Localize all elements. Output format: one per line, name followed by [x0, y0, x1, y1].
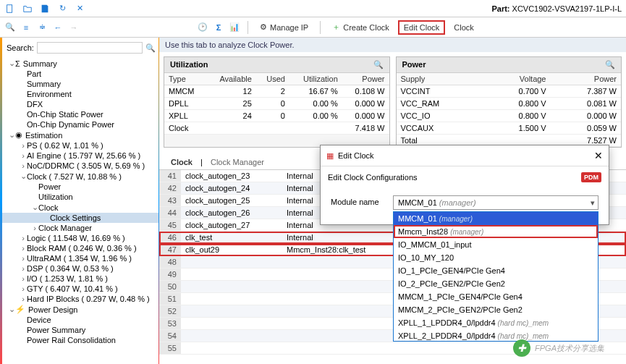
pdm-badge: PDM — [581, 172, 601, 182]
combo-option[interactable]: IO_MMCM_01_input — [394, 238, 598, 251]
tree-item[interactable]: Power Summary — [2, 325, 158, 335]
tree-item[interactable]: Summary — [2, 79, 158, 89]
panel-search-icon[interactable]: 🔍 — [605, 60, 615, 69]
edit-clock-dialog: ▦ Edit Clock ✕ Edit Clock Configurations… — [320, 145, 609, 225]
align-icon[interactable]: ≡ — [20, 22, 32, 33]
tree-item[interactable]: ›PS ( 0.62 W, 1.01 % ) — [2, 140, 158, 151]
combo-selected[interactable]: MMCM_01 (manager) — [393, 195, 598, 210]
dialog-icon: ▦ — [326, 151, 334, 161]
tab-clock-manager[interactable]: Clock Manager — [205, 155, 270, 169]
tree-item[interactable]: ›Logic ( 11.548 W, 16.69 % ) — [2, 233, 158, 243]
tree-item[interactable]: ›DSP ( 0.364 W, 0.53 % ) — [2, 263, 158, 274]
refresh-icon[interactable]: ↻ — [56, 3, 68, 14]
tree-item[interactable]: ⌄Clock — [2, 202, 158, 213]
tree-item[interactable]: Environment — [2, 89, 158, 99]
tree-item[interactable]: ⌄Clock ( 7.527 W, 10.88 % ) — [2, 171, 158, 182]
tree-item[interactable]: ›Block RAM ( 0.246 W, 0.36 % ) — [2, 243, 158, 253]
manage-ip-button[interactable]: ⚙ Manage IP — [255, 21, 313, 33]
combo-option[interactable]: MMCM_1_PCIe_GEN4/PCIe Gen4 — [394, 290, 598, 303]
module-name-label: Module name — [331, 195, 389, 206]
tree-item[interactable]: ›Clock Manager — [2, 223, 158, 233]
tree-item[interactable]: Power Rail Consolidation — [2, 335, 158, 345]
close-icon[interactable]: ✕ — [594, 150, 603, 161]
chart-icon[interactable]: 📊 — [229, 22, 240, 33]
tree-item[interactable]: On-Chip Static Power — [2, 109, 158, 119]
power-title: Power — [402, 60, 426, 69]
tree-item[interactable]: ⌄ΣSummary — [2, 58, 158, 69]
search-go-icon[interactable]: 🔍 — [145, 42, 156, 54]
tree-item[interactable]: Clock Settings — [2, 213, 158, 223]
combo-option[interactable]: Mmcm_Inst28 (manager) — [394, 225, 598, 238]
search-icon[interactable]: 🔍 — [4, 22, 16, 33]
hint-bar: Use this tab to analyze Clock Power. — [159, 38, 626, 52]
power-table: SupplyVoltagePowerVCCINT0.700 V7.387 WVC… — [397, 73, 622, 147]
tree-item[interactable]: ›UltraRAM ( 1.354 W, 1.96 % ) — [2, 253, 158, 263]
nav-back-icon[interactable]: ← — [52, 22, 64, 33]
nav-fwd-icon: → — [68, 22, 80, 33]
panel-search-icon[interactable]: 🔍 — [373, 60, 384, 69]
module-name-combo[interactable]: MMCM_01 (manager) MMCM_01 (manager)Mmcm_… — [393, 195, 598, 210]
create-clock-button[interactable]: ＋Create Clock — [328, 20, 394, 34]
utilization-panel: Utilization🔍 TypeAvailableUsedUtilizatio… — [164, 56, 390, 148]
tree-item[interactable]: Device — [2, 315, 158, 325]
clock-icon[interactable]: 🕑 — [197, 22, 208, 33]
combo-option[interactable]: XPLL_1_LPDDR4_0/lpddr4 (hard mc)_mem — [394, 316, 598, 329]
nav-tree: ⌄ΣSummaryPartSummaryEnvironmentDFXOn-Chi… — [2, 55, 158, 348]
tree-item[interactable]: Utilization — [2, 192, 158, 202]
search-label: Search: — [7, 43, 34, 52]
secondary-toolbar: 🔍 ≡ ≑ ← → 🕑 Σ 📊 ⚙ Manage IP ＋Create Cloc… — [0, 17, 626, 38]
dialog-subtitle: Edit Clock Configurations — [328, 173, 418, 182]
tree-item[interactable]: On-Chip Dynamic Power — [2, 119, 158, 130]
tab-clock[interactable]: Clock — [165, 155, 198, 169]
combo-option[interactable]: IO_2_PCIe_GEN2/PCIe Gen2 — [394, 277, 598, 290]
save-icon[interactable] — [39, 3, 51, 14]
power-panel: Power🔍 SupplyVoltagePowerVCCINT0.700 V7.… — [396, 56, 622, 148]
file-new-icon[interactable] — [4, 3, 16, 14]
tree-item[interactable]: ›NoC/DDRMC ( 3.505 W, 5.69 % ) — [2, 161, 158, 171]
tree-item[interactable]: Part — [2, 69, 158, 79]
tree-item[interactable]: ›GTY ( 6.407 W, 10.41 % ) — [2, 284, 158, 294]
combo-option[interactable]: IO_1_PCIe_GEN4/PCIe Gen4 — [394, 264, 598, 277]
utilization-title: Utilization — [170, 60, 208, 69]
collapse-icon[interactable]: ≑ — [36, 22, 48, 33]
sidebar: Search: 🔍 ⌄ΣSummaryPartSummaryEnvironmen… — [0, 38, 159, 364]
part-label: Part: XCVC1902-VSVA2197-1LP-I-L — [491, 4, 622, 13]
sigma-icon[interactable]: Σ — [213, 22, 224, 33]
utilization-table: TypeAvailableUsedUtilizationPowerMMCM122… — [164, 73, 389, 135]
combo-option[interactable]: MMCM_01 (manager) — [394, 212, 598, 225]
tree-item[interactable]: DFX — [2, 99, 158, 109]
top-toolbar: ↻ ✕ Part: XCVC1902-VSVA2197-1LP-I-L — [0, 0, 626, 17]
tree-item[interactable]: Power — [2, 182, 158, 192]
combo-dropdown[interactable]: MMCM_01 (manager)Mmcm_Inst28 (manager)IO… — [393, 211, 598, 342]
watermark-logo-icon: ✚ — [513, 339, 530, 357]
svg-rect-0 — [7, 4, 12, 12]
combo-option[interactable]: IO_10_MY_120 — [394, 251, 598, 264]
tree-item[interactable]: ⌄⚡Power Design — [2, 304, 158, 315]
search-input[interactable] — [37, 42, 143, 54]
folder-open-icon[interactable] — [22, 3, 33, 14]
combo-option[interactable]: MMCM_2_PCIe_GEN2/PCIe Gen2 — [394, 303, 598, 316]
tree-item[interactable]: ⌄◉Estimation — [2, 130, 158, 140]
cancel-icon[interactable]: ✕ — [74, 3, 85, 14]
tree-item[interactable]: ›Hard IP Blocks ( 0.297 W, 0.48 % ) — [2, 294, 158, 304]
edit-clock-button[interactable]: Edit Clock — [398, 20, 446, 35]
clock-label: Clock — [449, 22, 478, 33]
tree-item[interactable]: ›I/O ( 1.253 W, 1.81 % ) — [2, 274, 158, 284]
tree-item[interactable]: ›AI Engine ( 15.797 W, 25.66 % ) — [2, 151, 158, 161]
watermark: ✚ FPGA技术分享选集 — [513, 339, 604, 357]
dialog-title: Edit Clock — [338, 151, 374, 160]
